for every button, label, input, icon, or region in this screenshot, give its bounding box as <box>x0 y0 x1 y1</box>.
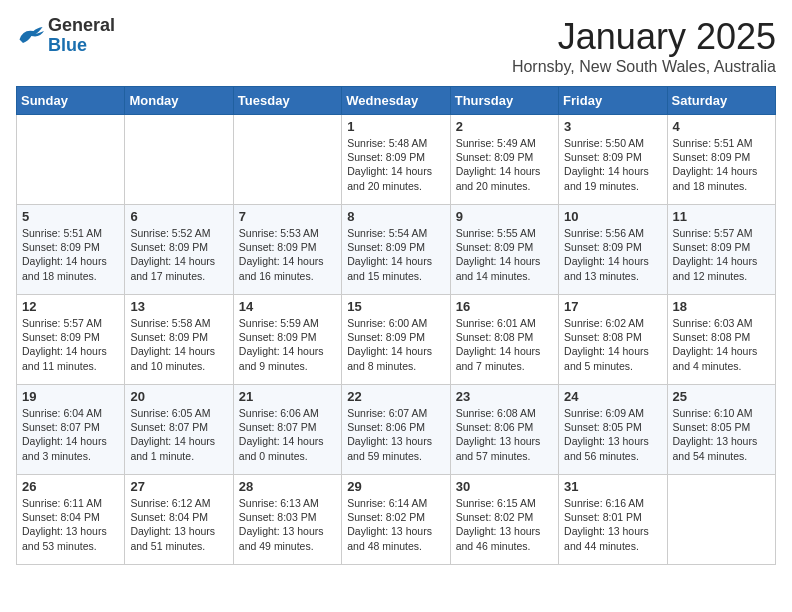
day-info: Sunrise: 6:00 AM Sunset: 8:09 PM Dayligh… <box>347 316 444 373</box>
day-info: Sunrise: 6:12 AM Sunset: 8:04 PM Dayligh… <box>130 496 227 553</box>
day-number: 3 <box>564 119 661 134</box>
calendar-day-header: Monday <box>125 87 233 115</box>
calendar-cell: 7Sunrise: 5:53 AM Sunset: 8:09 PM Daylig… <box>233 205 341 295</box>
day-info: Sunrise: 5:57 AM Sunset: 8:09 PM Dayligh… <box>22 316 119 373</box>
calendar-cell: 5Sunrise: 5:51 AM Sunset: 8:09 PM Daylig… <box>17 205 125 295</box>
day-number: 22 <box>347 389 444 404</box>
calendar-cell: 20Sunrise: 6:05 AM Sunset: 8:07 PM Dayli… <box>125 385 233 475</box>
logo: General Blue <box>16 16 115 56</box>
day-number: 28 <box>239 479 336 494</box>
day-number: 20 <box>130 389 227 404</box>
calendar-day-header: Sunday <box>17 87 125 115</box>
day-number: 10 <box>564 209 661 224</box>
day-number: 23 <box>456 389 553 404</box>
day-number: 5 <box>22 209 119 224</box>
day-number: 30 <box>456 479 553 494</box>
calendar-cell: 14Sunrise: 5:59 AM Sunset: 8:09 PM Dayli… <box>233 295 341 385</box>
calendar-cell: 23Sunrise: 6:08 AM Sunset: 8:06 PM Dayli… <box>450 385 558 475</box>
calendar-cell: 25Sunrise: 6:10 AM Sunset: 8:05 PM Dayli… <box>667 385 775 475</box>
calendar-week-row: 1Sunrise: 5:48 AM Sunset: 8:09 PM Daylig… <box>17 115 776 205</box>
day-info: Sunrise: 6:05 AM Sunset: 8:07 PM Dayligh… <box>130 406 227 463</box>
day-number: 25 <box>673 389 770 404</box>
day-number: 13 <box>130 299 227 314</box>
day-number: 9 <box>456 209 553 224</box>
calendar-cell: 18Sunrise: 6:03 AM Sunset: 8:08 PM Dayli… <box>667 295 775 385</box>
calendar-cell: 21Sunrise: 6:06 AM Sunset: 8:07 PM Dayli… <box>233 385 341 475</box>
day-info: Sunrise: 6:13 AM Sunset: 8:03 PM Dayligh… <box>239 496 336 553</box>
calendar-cell: 9Sunrise: 5:55 AM Sunset: 8:09 PM Daylig… <box>450 205 558 295</box>
day-number: 7 <box>239 209 336 224</box>
day-info: Sunrise: 6:15 AM Sunset: 8:02 PM Dayligh… <box>456 496 553 553</box>
day-number: 1 <box>347 119 444 134</box>
day-number: 14 <box>239 299 336 314</box>
day-number: 12 <box>22 299 119 314</box>
calendar-cell: 17Sunrise: 6:02 AM Sunset: 8:08 PM Dayli… <box>559 295 667 385</box>
day-info: Sunrise: 6:01 AM Sunset: 8:08 PM Dayligh… <box>456 316 553 373</box>
day-info: Sunrise: 6:03 AM Sunset: 8:08 PM Dayligh… <box>673 316 770 373</box>
calendar-week-row: 12Sunrise: 5:57 AM Sunset: 8:09 PM Dayli… <box>17 295 776 385</box>
day-number: 16 <box>456 299 553 314</box>
day-info: Sunrise: 6:06 AM Sunset: 8:07 PM Dayligh… <box>239 406 336 463</box>
title-section: January 2025 Hornsby, New South Wales, A… <box>512 16 776 76</box>
day-number: 19 <box>22 389 119 404</box>
calendar-day-header: Friday <box>559 87 667 115</box>
calendar-cell: 26Sunrise: 6:11 AM Sunset: 8:04 PM Dayli… <box>17 475 125 565</box>
day-info: Sunrise: 5:56 AM Sunset: 8:09 PM Dayligh… <box>564 226 661 283</box>
day-number: 15 <box>347 299 444 314</box>
day-info: Sunrise: 6:07 AM Sunset: 8:06 PM Dayligh… <box>347 406 444 463</box>
calendar-cell: 11Sunrise: 5:57 AM Sunset: 8:09 PM Dayli… <box>667 205 775 295</box>
day-number: 31 <box>564 479 661 494</box>
calendar-cell <box>233 115 341 205</box>
calendar-week-row: 5Sunrise: 5:51 AM Sunset: 8:09 PM Daylig… <box>17 205 776 295</box>
location-text: Hornsby, New South Wales, Australia <box>512 58 776 76</box>
calendar-day-header: Tuesday <box>233 87 341 115</box>
day-number: 27 <box>130 479 227 494</box>
day-info: Sunrise: 6:08 AM Sunset: 8:06 PM Dayligh… <box>456 406 553 463</box>
calendar-day-header: Thursday <box>450 87 558 115</box>
calendar-table: SundayMondayTuesdayWednesdayThursdayFrid… <box>16 86 776 565</box>
calendar-cell: 15Sunrise: 6:00 AM Sunset: 8:09 PM Dayli… <box>342 295 450 385</box>
day-info: Sunrise: 5:51 AM Sunset: 8:09 PM Dayligh… <box>22 226 119 283</box>
day-number: 18 <box>673 299 770 314</box>
day-info: Sunrise: 5:48 AM Sunset: 8:09 PM Dayligh… <box>347 136 444 193</box>
day-number: 2 <box>456 119 553 134</box>
day-info: Sunrise: 6:09 AM Sunset: 8:05 PM Dayligh… <box>564 406 661 463</box>
calendar-cell: 29Sunrise: 6:14 AM Sunset: 8:02 PM Dayli… <box>342 475 450 565</box>
calendar-cell <box>17 115 125 205</box>
calendar-cell: 12Sunrise: 5:57 AM Sunset: 8:09 PM Dayli… <box>17 295 125 385</box>
day-info: Sunrise: 5:50 AM Sunset: 8:09 PM Dayligh… <box>564 136 661 193</box>
day-info: Sunrise: 5:58 AM Sunset: 8:09 PM Dayligh… <box>130 316 227 373</box>
month-year-title: January 2025 <box>512 16 776 58</box>
calendar-cell: 1Sunrise: 5:48 AM Sunset: 8:09 PM Daylig… <box>342 115 450 205</box>
calendar-cell: 2Sunrise: 5:49 AM Sunset: 8:09 PM Daylig… <box>450 115 558 205</box>
calendar-day-header: Wednesday <box>342 87 450 115</box>
day-number: 4 <box>673 119 770 134</box>
calendar-cell: 24Sunrise: 6:09 AM Sunset: 8:05 PM Dayli… <box>559 385 667 475</box>
day-number: 11 <box>673 209 770 224</box>
logo-blue-text: Blue <box>48 35 87 55</box>
calendar-cell: 22Sunrise: 6:07 AM Sunset: 8:06 PM Dayli… <box>342 385 450 475</box>
day-info: Sunrise: 5:53 AM Sunset: 8:09 PM Dayligh… <box>239 226 336 283</box>
calendar-cell: 8Sunrise: 5:54 AM Sunset: 8:09 PM Daylig… <box>342 205 450 295</box>
day-number: 24 <box>564 389 661 404</box>
calendar-cell: 16Sunrise: 6:01 AM Sunset: 8:08 PM Dayli… <box>450 295 558 385</box>
calendar-cell: 6Sunrise: 5:52 AM Sunset: 8:09 PM Daylig… <box>125 205 233 295</box>
day-info: Sunrise: 6:02 AM Sunset: 8:08 PM Dayligh… <box>564 316 661 373</box>
day-info: Sunrise: 5:49 AM Sunset: 8:09 PM Dayligh… <box>456 136 553 193</box>
day-number: 8 <box>347 209 444 224</box>
calendar-cell: 28Sunrise: 6:13 AM Sunset: 8:03 PM Dayli… <box>233 475 341 565</box>
calendar-cell: 31Sunrise: 6:16 AM Sunset: 8:01 PM Dayli… <box>559 475 667 565</box>
day-info: Sunrise: 6:14 AM Sunset: 8:02 PM Dayligh… <box>347 496 444 553</box>
day-info: Sunrise: 5:59 AM Sunset: 8:09 PM Dayligh… <box>239 316 336 373</box>
page-header: General Blue January 2025 Hornsby, New S… <box>16 16 776 76</box>
day-info: Sunrise: 6:11 AM Sunset: 8:04 PM Dayligh… <box>22 496 119 553</box>
day-info: Sunrise: 5:57 AM Sunset: 8:09 PM Dayligh… <box>673 226 770 283</box>
day-number: 21 <box>239 389 336 404</box>
calendar-day-header: Saturday <box>667 87 775 115</box>
day-info: Sunrise: 6:04 AM Sunset: 8:07 PM Dayligh… <box>22 406 119 463</box>
day-info: Sunrise: 5:54 AM Sunset: 8:09 PM Dayligh… <box>347 226 444 283</box>
calendar-week-row: 26Sunrise: 6:11 AM Sunset: 8:04 PM Dayli… <box>17 475 776 565</box>
day-number: 29 <box>347 479 444 494</box>
calendar-cell: 10Sunrise: 5:56 AM Sunset: 8:09 PM Dayli… <box>559 205 667 295</box>
day-info: Sunrise: 6:16 AM Sunset: 8:01 PM Dayligh… <box>564 496 661 553</box>
